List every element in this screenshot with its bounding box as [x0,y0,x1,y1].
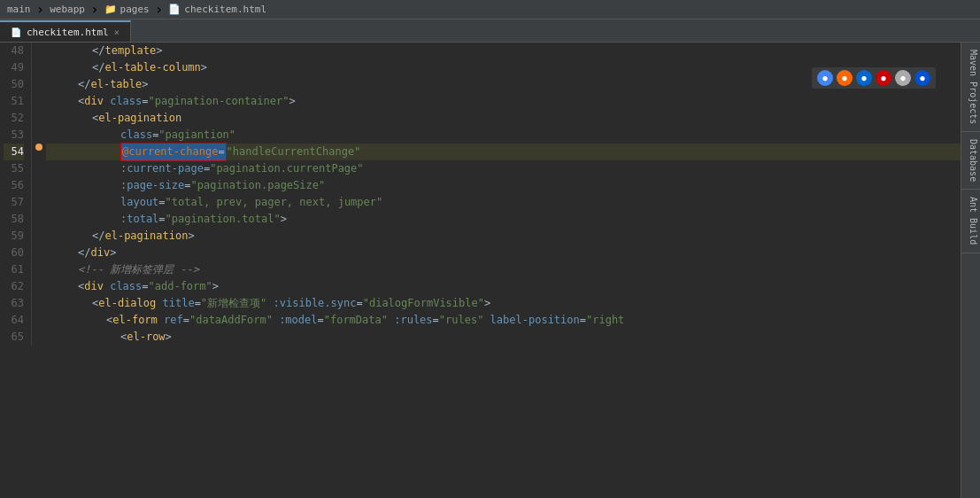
code-line-52: <el-pagination [46,110,961,127]
code-line-62: <div class="add-form"> [46,278,961,295]
code-line-56: :page-size="pagination.pageSize" [46,177,961,194]
code-line-51: <div class="pagination-container"> [46,93,961,110]
tab-file-icon: 📄 [11,27,21,37]
breadcrumb-arrow-3: › [155,1,164,18]
opera-icon[interactable]: ● [856,70,872,86]
code-line-57: layout="total, prev, pager, next, jumper… [46,194,961,211]
tab-bar: 📄 checkitem.html × [0,19,980,43]
ant-build-tab[interactable]: Ant Build [961,190,980,253]
breadcrumb-arrow-2: › [90,1,99,18]
right-sidebar: Maven Projects Database Ant Build [961,43,980,498]
code-line-65: <el-row> [46,329,961,346]
code-line-53: class="pagiantion" [46,127,961,144]
code-line-61: <!-- 新增标签弹层 --> [46,261,961,278]
breadcrumb-file: 📄 checkitem.html [168,4,266,15]
code-editor-panel: ● ● ● ● ● ● 48 49 50 51 52 53 54 55 56 5… [0,43,961,498]
ie-icon[interactable]: ● [876,70,891,86]
database-tab[interactable]: Database [961,132,980,190]
code-line-64: <el-form ref="dataAddForm" :model="formD… [46,312,961,329]
breadcrumb-arrow-1: › [36,1,45,18]
code-line-48: </template> [46,43,961,59]
code-line-63: <el-dialog title="新增检查项" :visible.sync="… [46,295,961,312]
firefox-icon[interactable]: ● [837,70,853,86]
breadcrumb-main: main [7,4,31,15]
chrome-icon[interactable]: ● [817,70,833,86]
code-line-54: @current-change= "handleCurrentChange" [46,144,961,160]
selected-text: @current-change= [120,143,227,161]
tab-close-button[interactable]: × [114,27,120,37]
safari-icon[interactable]: ● [895,70,911,86]
main-area: ● ● ● ● ● ● 48 49 50 51 52 53 54 55 56 5… [0,43,980,498]
code-line-55: :current-page="pagination.currentPage" [46,160,961,177]
breadcrumb: main › webapp › 📁 pages › 📄 checkitem.ht… [0,0,980,19]
file-icon: 📄 [168,4,181,15]
code-line-58: :total="pagination.total"> [46,211,961,228]
tab-checkitem[interactable]: 📄 checkitem.html × [0,20,131,42]
line-numbers: 48 49 50 51 52 53 54 55 56 57 58 59 60 6… [0,43,32,346]
maven-projects-tab[interactable]: Maven Projects [961,43,980,132]
breadcrumb-webapp: webapp [50,4,85,15]
edge-icon[interactable]: ● [914,70,930,86]
browser-icons-overlay: ● ● ● ● ● ● [812,67,936,89]
code-line-60: </div> [46,245,961,261]
breadcrumb-pages: 📁 pages [104,4,150,15]
warning-marker [35,144,42,151]
code-line-59: </el-pagination> [46,228,961,245]
tab-label: checkitem.html [27,27,109,38]
gutter [32,43,46,346]
pages-icon: 📁 [104,4,117,15]
